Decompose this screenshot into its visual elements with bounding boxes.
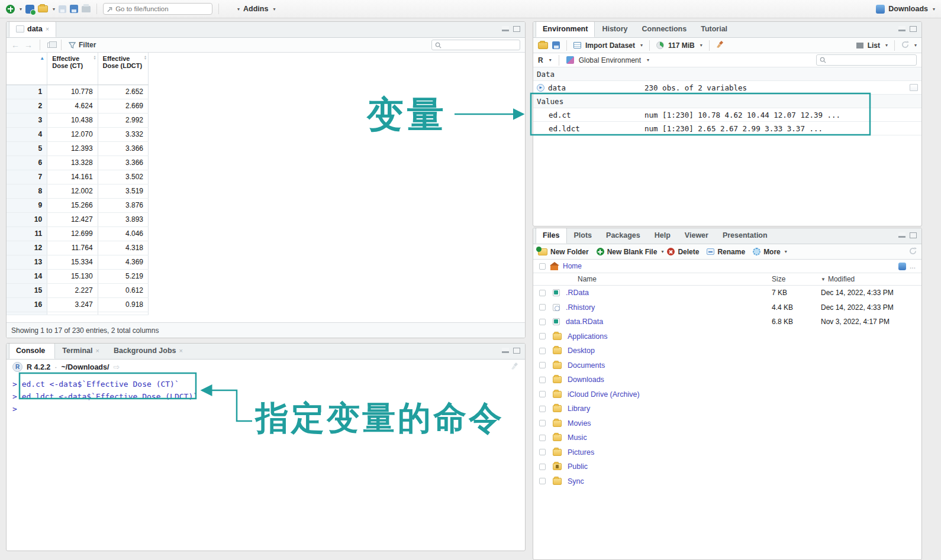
file-row[interactable]: Library — [533, 402, 921, 416]
breadcrumb-home[interactable]: Home — [563, 262, 582, 270]
file-name[interactable]: Music — [568, 433, 587, 442]
table-row[interactable]: 16 3.247 0.918 — [7, 297, 149, 312]
workspace-panes-icon[interactable] — [225, 5, 233, 13]
environment-data-row[interactable]: ▶data 230 obs. of 2 variables — [533, 81, 921, 95]
files-tab[interactable]: Files — [536, 228, 567, 244]
file-checkbox[interactable] — [539, 449, 546, 455]
memory-usage-label[interactable]: 117 MiB — [668, 41, 695, 50]
memory-caret-icon[interactable]: ▾ — [700, 43, 702, 48]
file-checkbox[interactable] — [539, 348, 546, 354]
file-checkbox[interactable] — [539, 435, 546, 441]
addins-caret-icon[interactable]: ▾ — [273, 7, 275, 12]
file-name[interactable]: Sync — [568, 477, 584, 485]
environment-caret-icon[interactable]: ▾ — [647, 57, 649, 63]
table-row[interactable]: 14 15.130 5.219 — [7, 269, 149, 283]
file-checkbox[interactable] — [539, 333, 546, 339]
open-file-caret-icon[interactable]: ▾ — [53, 7, 55, 12]
file-checkbox[interactable] — [539, 377, 546, 383]
environment-search-input[interactable] — [829, 56, 913, 64]
file-name[interactable]: data.RData — [566, 318, 603, 326]
maximize-icon[interactable] — [910, 26, 917, 32]
table-row[interactable]: 12 11.764 4.318 — [7, 241, 149, 255]
table-row[interactable]: 8 12.002 3.519 — [7, 184, 149, 198]
file-checkbox[interactable] — [539, 464, 546, 470]
file-row[interactable]: Pictures — [533, 445, 921, 460]
project-caret-icon[interactable]: ▾ — [933, 7, 935, 12]
file-row[interactable]: .RData 7 KB Dec 14, 2022, 4:33 PM — [533, 286, 921, 300]
file-name[interactable]: .RData — [566, 289, 589, 297]
import-dataset-button[interactable]: Import Dataset — [585, 41, 635, 50]
environment-tab[interactable]: Connections — [634, 21, 694, 37]
tab-close-icon[interactable]: × — [179, 347, 183, 354]
environment-value-row[interactable]: ed.ldct num [1:230] 2.65 2.67 2.99 3.33 … — [533, 122, 921, 135]
addins-menu[interactable]: Addins — [243, 5, 268, 13]
files-tab[interactable]: Viewer — [678, 228, 716, 244]
files-toolbar-button[interactable]: New Folder — [538, 248, 593, 256]
list-view-icon[interactable] — [856, 43, 863, 48]
console-tab[interactable]: Background Jobs × — [107, 343, 190, 359]
file-checkbox[interactable] — [539, 319, 546, 325]
column-name[interactable]: Name — [578, 275, 597, 283]
file-row[interactable]: Documents — [533, 358, 921, 373]
table-row[interactable]: 9 15.266 3.876 — [7, 198, 149, 212]
import-caret-icon[interactable]: ▾ — [640, 43, 643, 48]
panes-caret-icon[interactable]: ▾ — [237, 7, 240, 12]
tab-data[interactable]: data × — [9, 21, 56, 37]
column-modified[interactable]: ▼Modified — [821, 275, 855, 283]
file-name[interactable]: Downloads — [568, 376, 604, 384]
maximize-icon[interactable] — [910, 232, 917, 238]
file-row[interactable]: Sync — [533, 474, 921, 489]
table-row[interactable]: 15 2.227 0.612 — [7, 283, 149, 297]
row-number-header[interactable]: ▲ — [7, 53, 47, 85]
list-view-button[interactable]: List — [868, 41, 880, 50]
column-header-ldct[interactable]: Effective Dose (LDCT)▴▾ — [98, 53, 148, 85]
minimize-icon[interactable] — [502, 26, 509, 31]
select-all-checkbox[interactable] — [539, 263, 546, 270]
import-dataset-icon[interactable] — [573, 42, 581, 48]
back-icon[interactable]: ← — [11, 41, 20, 49]
files-toolbar-button[interactable]: Delete — [667, 248, 703, 256]
refresh-caret-icon[interactable]: ▾ — [914, 43, 917, 48]
goto-file-input[interactable] — [115, 5, 208, 12]
save-icon[interactable] — [59, 5, 66, 13]
files-toolbar-button[interactable]: Rename — [707, 248, 749, 256]
file-checkbox[interactable] — [539, 304, 546, 310]
file-row[interactable]: Applications — [533, 329, 921, 344]
files-tab[interactable]: Presentation — [716, 228, 775, 244]
environment-tab[interactable]: Environment — [536, 21, 595, 37]
file-checkbox[interactable] — [539, 290, 546, 296]
minimize-icon[interactable] — [502, 348, 509, 353]
project-selector[interactable]: Downloads — [888, 5, 928, 13]
column-header-ct[interactable]: Effective Dose (CT)▴▾ — [47, 53, 98, 85]
environment-tab[interactable]: Tutorial — [694, 21, 734, 37]
open-file-icon[interactable] — [38, 5, 48, 12]
file-row[interactable]: Music — [533, 430, 921, 445]
environment-tab[interactable]: History — [595, 21, 634, 37]
files-toolbar-button[interactable]: New Blank File ▾ — [597, 248, 664, 256]
new-file-caret-icon[interactable]: ▾ — [20, 7, 22, 12]
table-row[interactable]: 3 10.438 2.992 — [7, 113, 149, 127]
save-workspace-icon[interactable] — [552, 41, 560, 49]
column-size[interactable]: Size — [772, 275, 785, 283]
language-caret-icon[interactable]: ▾ — [549, 57, 552, 63]
data-tab-close-icon[interactable]: × — [46, 25, 49, 33]
goto-directory-icon[interactable]: ⇨ — [113, 362, 119, 371]
clear-console-icon[interactable] — [511, 362, 519, 372]
file-row[interactable]: Desktop — [533, 344, 921, 358]
file-checkbox[interactable] — [539, 478, 546, 484]
file-checkbox[interactable] — [539, 406, 546, 412]
clear-environment-icon[interactable] — [716, 40, 724, 50]
file-row[interactable]: Public — [533, 459, 921, 474]
environment-value-row[interactable]: ed.ct num [1:230] 10.78 4.62 10.44 12.07… — [533, 108, 921, 122]
environment-selector[interactable]: Global Environment — [579, 56, 641, 64]
project-icon[interactable] — [898, 263, 906, 270]
file-name[interactable]: .Rhistory — [566, 303, 595, 312]
new-file-icon[interactable] — [6, 5, 15, 14]
file-name[interactable]: Movies — [568, 419, 591, 428]
maximize-icon[interactable] — [513, 26, 520, 32]
breadcrumb-overflow[interactable]: ... — [910, 262, 916, 270]
table-row[interactable]: 1 10.778 2.652 — [7, 85, 149, 99]
list-caret-icon[interactable]: ▾ — [885, 43, 888, 48]
table-row[interactable]: 2 4.624 2.669 — [7, 99, 149, 113]
language-selector[interactable]: R — [538, 56, 543, 64]
